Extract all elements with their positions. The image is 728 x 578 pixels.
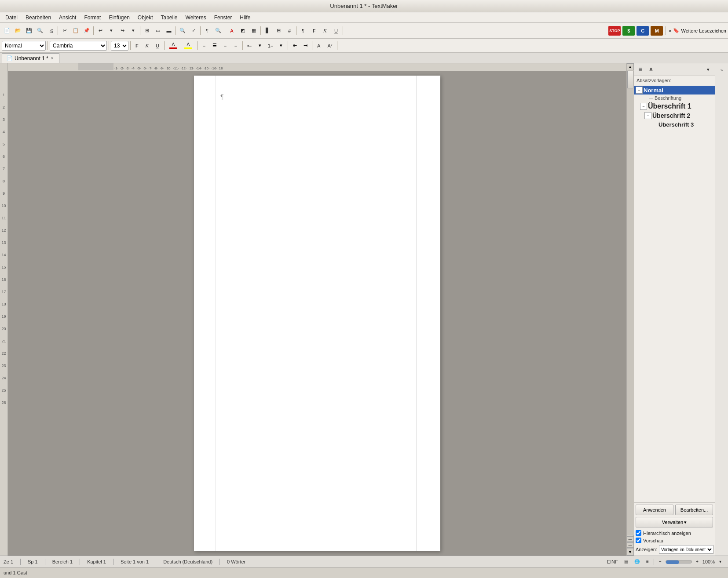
tree-collapse-icon-h1[interactable]: − [640, 103, 647, 110]
spell-button[interactable]: ✓ [188, 25, 199, 36]
zoom-dropdown-btn[interactable]: 🔍 [213, 25, 223, 36]
bold-button[interactable]: F [132, 41, 142, 51]
undo-dropdown[interactable]: ▾ [106, 25, 117, 36]
search-button[interactable]: 🔍 [177, 25, 188, 36]
table-insert-button[interactable]: ⊞ [142, 25, 152, 36]
dollar-icon[interactable]: $ [622, 26, 635, 36]
align-center-button[interactable]: ☰ [210, 41, 219, 50]
far-right-expand-button[interactable]: » [717, 65, 727, 75]
vertical-scrollbar[interactable]: ▲ — — ▼ [626, 63, 633, 556]
underline-toolbar-button[interactable]: U [331, 25, 341, 36]
open-button[interactable]: 📂 [13, 25, 23, 36]
zoom-decrease-button[interactable]: − [656, 558, 665, 566]
italic-toolbar-button[interactable]: K [320, 25, 330, 36]
tree-collapse-icon-normal[interactable]: − [636, 87, 643, 94]
menu-hilfe[interactable]: Hilfe [236, 14, 254, 22]
weitere-lesezeichen[interactable]: » 🔖 Weitere Lesezeichen [669, 28, 726, 33]
font-color-button[interactable]: A [166, 41, 180, 51]
textcolor-button[interactable]: A [227, 25, 237, 36]
style-item-beschriftung[interactable]: — Beschriftung [634, 95, 715, 102]
bullet-dropdown[interactable]: ▾ [255, 41, 265, 50]
scroll-handle-2[interactable]: — [627, 542, 634, 548]
undo-button[interactable]: ↩ [95, 25, 106, 36]
zoom-slider[interactable] [666, 560, 692, 563]
scroll-handle-1[interactable]: — [627, 536, 634, 542]
style-item-h2[interactable]: − Überschrift 2 [634, 111, 715, 120]
scroll-down-button[interactable]: ▼ [627, 549, 634, 556]
print-button[interactable]: 🖨 [46, 25, 56, 36]
scroll-track[interactable] [627, 70, 634, 535]
panel-a-button[interactable]: A [646, 65, 656, 74]
new-button[interactable]: 📄 [2, 25, 12, 36]
columns-button[interactable]: ▋ [262, 25, 273, 36]
menu-ansicht[interactable]: Ansicht [55, 14, 80, 22]
underline-button[interactable]: U [153, 41, 162, 51]
frame2-button[interactable]: ▬ [164, 25, 174, 36]
print-preview-button[interactable]: 🔍 [35, 25, 45, 36]
m-icon[interactable]: M [651, 26, 663, 36]
num-list-button[interactable]: 1≡ [266, 41, 275, 50]
align-right-button[interactable]: ≡ [220, 41, 230, 50]
style-item-h3[interactable]: ○ Überschrift 3 [634, 120, 715, 129]
zoom-dropdown-button[interactable]: ▾ [716, 558, 724, 566]
view-web-button[interactable]: 🌐 [633, 558, 641, 566]
menu-einfuegen[interactable]: Einfügen [105, 14, 133, 22]
indent-increase-button[interactable]: ⇥ [300, 41, 310, 50]
num-dropdown[interactable]: ▾ [276, 41, 286, 50]
hierarchisch-checkbox[interactable] [636, 530, 641, 536]
bullet-list-button[interactable]: •≡ [245, 41, 254, 50]
paragraph-marks-button[interactable]: ¶ [298, 25, 308, 36]
tree-collapse-icon-h2[interactable]: − [644, 112, 651, 119]
highlightcolor-button[interactable]: ◩ [238, 25, 248, 36]
save-button[interactable]: 💾 [24, 25, 34, 36]
anwenden-button[interactable]: Anwenden [636, 505, 673, 515]
bearbeiten-button[interactable]: Bearbeiten... [675, 505, 713, 515]
highlight-color-button[interactable]: A [181, 41, 195, 51]
menu-weiteres[interactable]: Weiteres [182, 14, 210, 22]
page-main-area[interactable]: ¶ [216, 76, 416, 551]
copy-button[interactable]: 📋 [70, 25, 81, 36]
menu-objekt[interactable]: Objekt [134, 14, 157, 22]
menu-datei[interactable]: Datei [2, 14, 21, 22]
page-container[interactable]: ¶ [8, 71, 626, 556]
scroll-up-button[interactable]: ▲ [627, 63, 634, 70]
anzeigen-select[interactable]: Vorlagen im Dokument [659, 545, 713, 554]
view-outline-button[interactable]: ≡ [643, 558, 652, 566]
panel-collapse-button[interactable] [636, 65, 645, 74]
menu-tabelle[interactable]: Tabelle [157, 14, 181, 22]
indent-decrease-button[interactable]: ⇤ [290, 41, 300, 50]
stop-icon[interactable]: STOP [608, 26, 621, 36]
frame-button[interactable]: ▭ [153, 25, 163, 36]
scroll-thumb[interactable] [627, 71, 633, 88]
menu-bearbeiten[interactable]: Bearbeiten [22, 14, 55, 22]
paste-button[interactable]: 📌 [81, 25, 92, 36]
redo-dropdown[interactable]: ▾ [128, 25, 139, 36]
document-page[interactable]: ¶ [194, 76, 440, 551]
italic-button[interactable]: K [143, 41, 152, 51]
header-footer-button[interactable]: ⊟ [273, 25, 284, 36]
c-icon[interactable]: C [637, 26, 649, 36]
align-justify-button[interactable]: ≡ [231, 41, 241, 50]
menu-fenster[interactable]: Fenster [211, 14, 236, 22]
zoom-increase-button[interactable]: + [693, 558, 702, 566]
style-item-h1[interactable]: − Überschrift 1 [634, 102, 715, 111]
style-dropdown[interactable]: Normal [2, 41, 46, 51]
redo-button[interactable]: ↪ [117, 25, 128, 36]
align-left-button[interactable]: ≡ [199, 41, 209, 50]
verwalten-button[interactable]: Verwalten ▾ [636, 517, 713, 527]
size-dropdown[interactable]: 13 [111, 41, 128, 51]
view-normal-button[interactable]: ▤ [622, 558, 631, 566]
tab-close-button[interactable]: × [50, 56, 55, 61]
cut-button[interactable]: ✂ [59, 25, 70, 36]
uppercase-button[interactable]: A [314, 41, 323, 51]
shading-button[interactable]: ▦ [249, 25, 259, 36]
menu-format[interactable]: Format [80, 14, 104, 22]
vorschau-checkbox[interactable] [636, 538, 641, 543]
font-dropdown[interactable]: Cambria [50, 41, 107, 51]
show-marks-button[interactable]: ¶ [202, 25, 212, 36]
bold-toolbar-button[interactable]: F [309, 25, 319, 36]
document-tab[interactable]: 📄 Unbenannt 1 * × [2, 53, 59, 63]
panel-dropdown-button[interactable]: ▾ [703, 65, 713, 74]
pagenumber-button[interactable]: # [284, 25, 295, 36]
style-item-normal[interactable]: − Normal [634, 86, 715, 95]
